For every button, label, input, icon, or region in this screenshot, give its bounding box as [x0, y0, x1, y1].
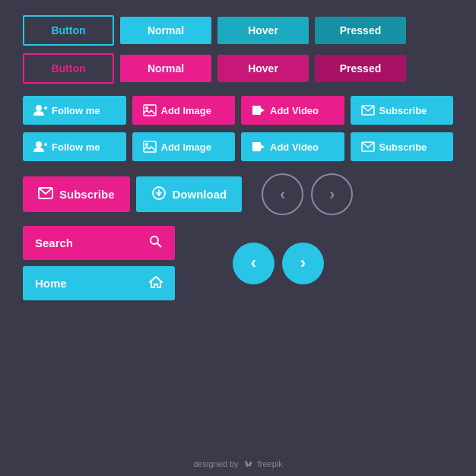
user-add-icon-2 [33, 140, 47, 154]
chevron-right-icon: › [329, 186, 335, 203]
nav-section: Search Home [23, 226, 453, 300]
svg-marker-14 [261, 144, 265, 149]
pink-states-row: Button Normal Hover Pressed [23, 53, 453, 84]
subscribe-button-1[interactable]: Subscribe [351, 96, 454, 125]
mail-icon-1 [361, 103, 375, 117]
nav-buttons: Search Home [23, 226, 175, 300]
home-button[interactable]: Home [23, 266, 175, 300]
prev-arrow-outline[interactable]: ‹ [262, 173, 303, 215]
follow-me-button-2[interactable]: Follow me [23, 132, 126, 161]
outline-arrows: ‹ › [262, 173, 353, 215]
download-icon [151, 186, 167, 203]
social-row-2: Follow me Add Image Add Video [23, 132, 453, 161]
pink-hover-button[interactable]: Hover [217, 55, 309, 82]
mail-icon-2 [361, 140, 375, 154]
svg-rect-5 [252, 106, 261, 115]
search-icon [149, 235, 163, 251]
mail-icon-action [38, 187, 53, 202]
blue-normal-button[interactable]: Normal [120, 17, 211, 44]
blue-states-row: Button Normal Hover Pressed [23, 15, 453, 46]
image-icon-2 [143, 140, 157, 154]
subscribe-action-button[interactable]: Subscribe [23, 176, 130, 212]
pink-outline-button[interactable]: Button [23, 53, 114, 84]
pink-pressed-button[interactable]: Pressed [315, 55, 406, 82]
chevron-right-filled-icon: › [300, 255, 306, 271]
svg-point-12 [145, 143, 148, 146]
svg-point-4 [145, 106, 148, 109]
svg-point-0 [36, 105, 42, 111]
svg-rect-13 [252, 142, 261, 151]
freepik-logo-icon: 🐿 [244, 459, 252, 468]
blue-outline-button[interactable]: Button [23, 15, 114, 46]
blue-pressed-button[interactable]: Pressed [315, 17, 406, 44]
search-button[interactable]: Search [23, 226, 175, 260]
user-add-icon [33, 103, 47, 117]
prev-arrow-filled[interactable]: ‹ [233, 243, 274, 284]
add-video-button-1[interactable]: Add Video [241, 96, 344, 125]
svg-marker-6 [261, 108, 265, 113]
add-image-button-1[interactable]: Add Image [132, 96, 236, 125]
pink-normal-button[interactable]: Normal [120, 55, 211, 82]
footer-brand: freepik [258, 459, 283, 468]
social-row-1: Follow me Add Image Add Video [23, 96, 453, 125]
action-section: Subscribe Download ‹ › [23, 173, 453, 215]
svg-point-8 [36, 141, 42, 148]
next-arrow-outline[interactable]: › [311, 173, 353, 215]
svg-marker-20 [150, 277, 162, 287]
video-icon-1 [252, 103, 265, 117]
subscribe-button-2[interactable]: Subscribe [351, 132, 454, 161]
chevron-left-icon: ‹ [280, 186, 285, 203]
follow-me-button-1[interactable]: Follow me [23, 96, 126, 125]
svg-rect-3 [144, 105, 156, 116]
filled-arrows: ‹ › [233, 243, 324, 284]
footer-designed-by: designed by [193, 459, 238, 468]
home-icon [149, 275, 163, 291]
image-icon-1 [143, 103, 157, 117]
action-buttons: Subscribe Download [23, 176, 242, 212]
svg-rect-11 [144, 141, 156, 152]
next-arrow-filled[interactable]: › [282, 243, 324, 284]
add-image-button-2[interactable]: Add Image [132, 132, 236, 161]
svg-point-18 [151, 236, 158, 244]
svg-line-19 [157, 243, 161, 247]
chevron-left-filled-icon: ‹ [251, 255, 256, 271]
footer: designed by 🐿 freepik [0, 459, 476, 468]
video-icon-2 [252, 140, 265, 154]
blue-hover-button[interactable]: Hover [217, 17, 309, 44]
add-video-button-2[interactable]: Add Video [241, 132, 344, 161]
download-action-button[interactable]: Download [136, 176, 243, 212]
